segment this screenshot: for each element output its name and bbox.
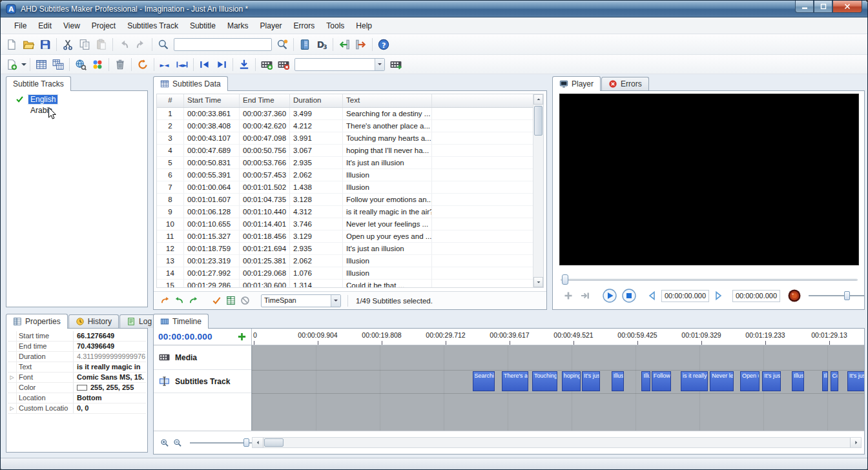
tab-subtitles-data[interactable]: Subtitles Data	[153, 76, 228, 91]
menu-file[interactable]: File	[8, 19, 32, 32]
subtitle-row[interactable]: 700:01:00.06400:01:01.5021.438Illusion	[157, 181, 543, 194]
play-button[interactable]	[602, 288, 617, 303]
tab-errors[interactable]: Errors	[601, 77, 649, 90]
subtitle-block[interactable]: It's just an illusion	[847, 371, 864, 391]
subtitle-block[interactable]: Illusion	[641, 371, 650, 391]
track-item-english[interactable]: English	[8, 94, 146, 105]
subtitle-row[interactable]: 800:01:01.60700:01:04.7353.128Follow you…	[157, 194, 543, 206]
project-notes-button[interactable]	[296, 37, 313, 52]
validate-subtitles-button[interactable]	[209, 294, 223, 307]
scroll-right-button[interactable]	[850, 438, 861, 447]
volume-thumb[interactable]	[844, 291, 850, 300]
paste-button[interactable]	[93, 37, 110, 52]
menu-player[interactable]: Player	[254, 19, 288, 32]
save-project-button[interactable]	[37, 37, 54, 52]
table-scrollbar-thumb[interactable]	[534, 106, 542, 136]
add-marker-button[interactable]	[562, 289, 575, 302]
search-button[interactable]	[274, 37, 291, 52]
recalculate-times-button[interactable]	[134, 57, 151, 72]
subtitle-row[interactable]: 200:00:38.40800:00:42.6204.212There's an…	[157, 120, 543, 132]
goto-current-subtitle-button[interactable]	[158, 294, 172, 307]
property-row-text[interactable]: Textis it really magic in	[8, 362, 146, 373]
expander-icon[interactable]: ▷	[8, 373, 17, 382]
seek-slider[interactable]	[561, 273, 858, 286]
subtitle-block[interactable]: Illusion	[792, 371, 805, 391]
subtitle-block[interactable]: Could it be that ...	[831, 371, 838, 391]
subtitle-block[interactable]: Illusion	[612, 371, 625, 391]
timeline-track-media[interactable]: Media	[154, 345, 251, 370]
property-row-font[interactable]: ▷FontComic Sans MS, 15.	[8, 373, 146, 383]
cut-button[interactable]	[59, 37, 76, 52]
web-search-button[interactable]	[72, 57, 89, 72]
subtitle-block[interactable]: There's another place a...	[502, 371, 528, 391]
redo-edit-button[interactable]	[186, 294, 200, 307]
disable-subtitle-button[interactable]	[238, 294, 252, 307]
video-display[interactable]	[559, 94, 859, 265]
menu-subtitles-track[interactable]: Subtitles Track	[121, 19, 184, 32]
tab-player[interactable]: Player	[552, 76, 601, 91]
menu-subtitle[interactable]: Subtitle	[184, 19, 222, 32]
add-media-button[interactable]	[258, 57, 275, 72]
subtitle-row[interactable]: 1200:01:18.75900:01:21.6942.935It's just…	[157, 243, 543, 255]
subtitle-row[interactable]: 100:00:33.86100:00:37.3603.499Searching …	[157, 108, 543, 120]
goto-last-subtitle-button[interactable]	[213, 57, 230, 72]
goto-first-subtitle-button[interactable]	[196, 57, 213, 72]
subtitle-row[interactable]: 400:00:47.68900:00:50.7563.067hoping tha…	[157, 145, 543, 157]
column-header-text[interactable]: Text	[343, 94, 432, 107]
add-subtitle-caret[interactable]	[20, 57, 27, 72]
property-row-start-time[interactable]: Start time66.1276649	[8, 331, 146, 342]
tab-history[interactable]: History	[68, 314, 119, 328]
property-row-custom-locatio[interactable]: ▷Custom Locatio0, 0	[8, 404, 146, 414]
subtitle-block[interactable]: hoping that I'll never ha...	[562, 371, 581, 391]
seek-thumb[interactable]	[562, 274, 568, 285]
subtitle-row[interactable]: 1500:01:29.28600:01:30.6001.314Could it …	[157, 280, 543, 287]
subtitle-row[interactable]: 300:00:43.10700:00:47.0983.991Touching m…	[157, 132, 543, 145]
new-project-button[interactable]	[3, 37, 20, 52]
menu-marks[interactable]: Marks	[222, 19, 254, 32]
subtitle-row[interactable]: 1400:01:27.99200:01:29.0681.076Illusion	[157, 267, 543, 280]
extract-media-button[interactable]	[388, 57, 404, 72]
subtitles-lane[interactable]: Searching for a destiny ...There's anoth…	[252, 370, 864, 393]
scroll-left-button[interactable]	[253, 438, 264, 447]
property-value[interactable]: 70.4396649	[74, 342, 146, 351]
import-subtitles-button[interactable]	[336, 37, 353, 52]
volume-track[interactable]	[809, 295, 864, 296]
subtitle-row[interactable]: 600:00:55.39100:00:57.4532.062Illusion	[157, 169, 543, 181]
title-bar[interactable]: A AHD Subtitles Maker Professional - Ima…	[1, 1, 867, 17]
redo-button[interactable]	[132, 37, 149, 52]
property-row-location[interactable]: LocationBottom	[8, 393, 146, 404]
property-value[interactable]: 66.1276649	[74, 331, 146, 341]
volume-slider[interactable]	[809, 290, 864, 301]
subtitle-block[interactable]: Open up your eyes and ...	[740, 371, 760, 391]
delete-subtitle-button[interactable]	[112, 57, 129, 72]
seek-track[interactable]	[561, 279, 858, 281]
previous-subtitle-button[interactable]	[646, 289, 659, 302]
combo-caret-icon[interactable]	[375, 59, 384, 70]
find-button[interactable]	[155, 37, 172, 52]
timeline-scrollbar-thumb[interactable]	[264, 438, 284, 447]
timeline-scrollbar[interactable]	[252, 437, 862, 448]
property-value[interactable]: 255, 255, 255	[74, 383, 146, 393]
export-subtitles-button[interactable]	[353, 37, 369, 52]
property-row-end-time[interactable]: End time70.4396649	[8, 342, 146, 352]
styles-button[interactable]: D3	[313, 37, 330, 52]
column-header-end-time[interactable]: End Time	[240, 94, 290, 107]
open-project-button[interactable]	[20, 37, 37, 52]
property-value[interactable]: is it really magic in	[74, 362, 146, 372]
subtitles-grid-button[interactable]	[33, 57, 50, 72]
help-button[interactable]: ?	[375, 37, 392, 52]
column-header-start-time[interactable]: Start Time	[184, 94, 240, 107]
subtitle-row[interactable]: 900:01:06.12800:01:10.4404.312is it real…	[157, 206, 543, 218]
table-scrollbar[interactable]	[533, 94, 543, 287]
subtitle-block[interactable]: is it really magic in the air?	[681, 371, 708, 391]
property-value[interactable]: 4.3119999999999976	[74, 352, 146, 362]
property-value[interactable]: Bottom	[74, 393, 146, 403]
zoom-slider-thumb[interactable]	[243, 438, 249, 447]
menu-errors[interactable]: Errors	[288, 19, 321, 32]
menu-view[interactable]: View	[57, 19, 86, 32]
next-subtitle-button[interactable]	[712, 289, 725, 302]
property-row-duration[interactable]: Duration4.3119999999999976	[8, 352, 146, 362]
copy-button[interactable]	[76, 37, 93, 52]
subtitle-block[interactable]: Never let your feelings ...	[710, 371, 733, 391]
timeline-track-subtitles-track[interactable]: Subtitles Track	[154, 370, 251, 393]
